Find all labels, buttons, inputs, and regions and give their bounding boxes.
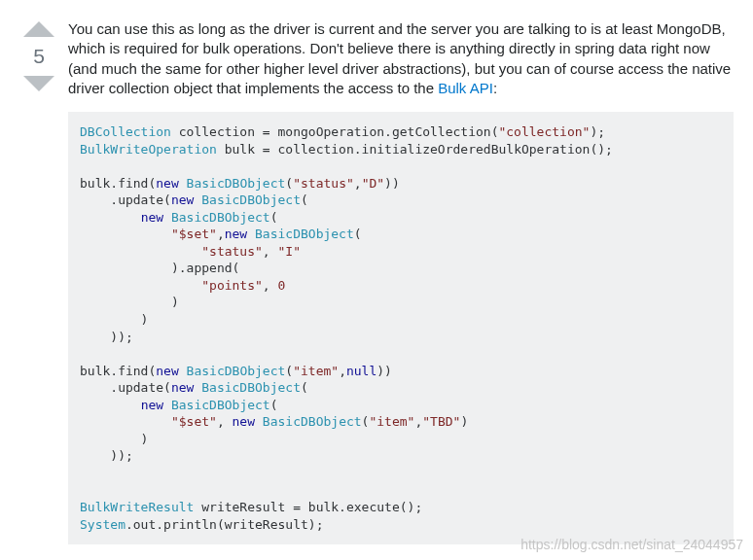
code-token (80, 414, 171, 429)
code-token: "item" (369, 414, 414, 429)
code-token: bulk.find( (80, 364, 156, 378)
code-token (80, 398, 141, 412)
code-token: ) (80, 312, 148, 327)
intro-suffix: : (493, 80, 497, 96)
code-token: , (339, 364, 346, 378)
code-token: )) (384, 176, 400, 191)
code-token: )) (376, 364, 392, 378)
code-token: ( (285, 176, 293, 191)
code-token: new (225, 227, 247, 241)
vote-count: 5 (33, 45, 45, 68)
code-token: bulk = collection.initializeOrderedBulkO… (217, 142, 613, 157)
code-token (163, 398, 171, 412)
code-token: , (217, 414, 233, 429)
code-token: ( (354, 227, 362, 241)
code-token: writeResult = bulk.execute(); (194, 500, 422, 514)
code-token: "D" (362, 176, 384, 191)
bulk-api-link[interactable]: Bulk API (438, 80, 493, 96)
intro-text: You can use this as long as the driver i… (68, 20, 731, 96)
code-token: null (346, 364, 376, 378)
code-token: ) (460, 414, 468, 429)
code-token: "status" (201, 244, 263, 259)
code-token: new (141, 398, 163, 412)
code-token: BasicDBObject (171, 210, 270, 225)
code-token: .out.println(writeResult); (126, 517, 324, 532)
code-token (80, 210, 141, 225)
code-token: BasicDBObject (201, 192, 301, 207)
code-token: BasicDBObject (263, 414, 362, 429)
answer-intro: You can use this as long as the driver i… (68, 19, 734, 98)
code-token: ).append( (171, 261, 239, 275)
code-token (80, 278, 201, 293)
code-token: "TBD" (422, 414, 460, 429)
code-token: ( (301, 380, 308, 395)
code-token: 0 (278, 278, 286, 293)
code-token (80, 244, 201, 259)
code-token: BulkWriteOperation (80, 142, 217, 157)
code-token: collection = mongoOperation.getCollectio… (171, 124, 499, 139)
code-token: .update( (80, 380, 171, 395)
code-token: ); (590, 124, 605, 139)
code-token: new (233, 414, 255, 429)
code-token (80, 261, 171, 275)
code-token: DBCollection (80, 124, 171, 139)
answer-container: 5 You can use this as long as the driver… (0, 0, 753, 560)
code-token: BasicDBObject (201, 380, 301, 395)
code-token: "$set" (171, 414, 217, 429)
code-token (179, 364, 187, 378)
upvote-icon[interactable] (23, 21, 54, 37)
code-token (163, 210, 171, 225)
code-token: "status" (293, 176, 354, 191)
code-token: new (171, 380, 194, 395)
code-token: , (263, 244, 278, 259)
code-token: )); (80, 330, 133, 344)
code-token: new (156, 176, 178, 191)
code-token (255, 414, 263, 429)
code-token: new (156, 364, 178, 378)
code-token (80, 295, 171, 309)
code-token: , (354, 176, 362, 191)
code-token: "item" (293, 364, 339, 378)
code-token: ( (285, 364, 293, 378)
vote-column: 5 (10, 19, 68, 560)
code-token: BasicDBObject (171, 398, 270, 412)
code-token: ( (301, 192, 308, 207)
code-token: ( (270, 210, 278, 225)
code-token: new (171, 192, 194, 207)
code-token: BulkWriteResult (80, 500, 194, 514)
code-token: BasicDBObject (187, 176, 286, 191)
code-token (80, 227, 171, 241)
code-token: BasicDBObject (255, 227, 354, 241)
code-token: , (263, 278, 278, 293)
code-block: DBCollection collection = mongoOperation… (68, 112, 734, 544)
code-token (179, 176, 187, 191)
code-token: .update( (80, 192, 171, 207)
code-token: ) (171, 295, 179, 309)
code-token: "collection" (498, 124, 590, 139)
answer-content: You can use this as long as the driver i… (68, 19, 743, 560)
downvote-icon[interactable] (23, 76, 54, 91)
code-token: , (217, 227, 225, 241)
code-token: BasicDBObject (187, 364, 286, 378)
code-token: )); (80, 448, 133, 463)
code-token: ) (80, 432, 148, 446)
code-token: "$set" (171, 227, 217, 241)
code-token: "points" (201, 278, 263, 293)
code-token: ( (270, 398, 278, 412)
code-token: bulk.find( (80, 176, 156, 191)
code-token: new (141, 210, 163, 225)
code-token: System (80, 517, 126, 532)
code-token: "I" (278, 244, 301, 259)
code-token (247, 227, 255, 241)
